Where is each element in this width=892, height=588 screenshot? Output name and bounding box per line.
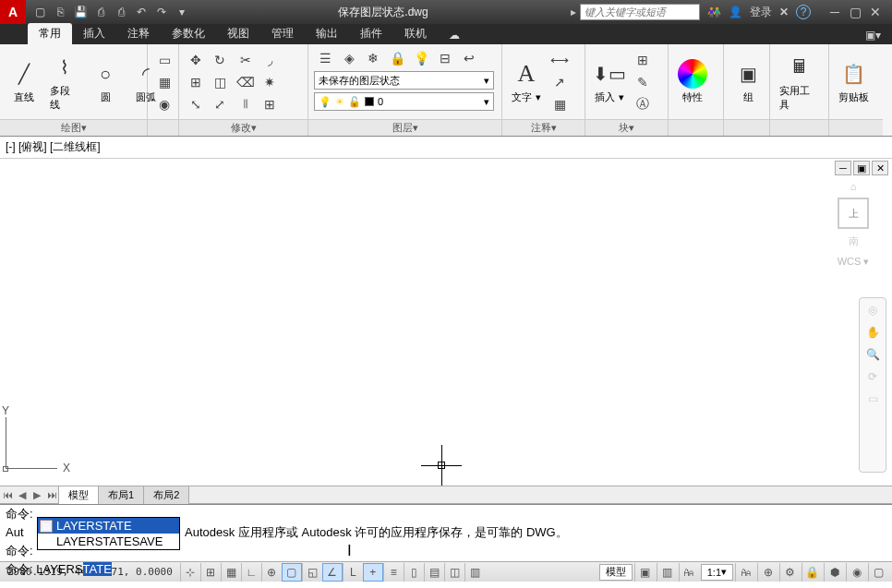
tab-scroll-prev-icon[interactable]: ◀	[15, 486, 30, 503]
tab-scroll-last-icon[interactable]: ⏭	[44, 486, 59, 503]
help-icon[interactable]: ?	[796, 5, 811, 19]
doc-restore-button[interactable]: ▣	[853, 161, 870, 175]
close-button[interactable]: ✕	[866, 5, 885, 19]
qat-open-icon[interactable]: ⎘	[52, 4, 68, 20]
insert-block-button[interactable]: ⬇▭插入 ▾	[591, 57, 628, 106]
panel-modify-label: 修改	[231, 121, 251, 135]
table-icon[interactable]: ▦	[548, 94, 571, 114]
app-menu-icon[interactable]: A	[0, 0, 26, 24]
offset-icon[interactable]: ⫴	[235, 94, 257, 114]
scale-icon[interactable]: ⤢	[209, 94, 231, 114]
polyline-button[interactable]: ⌇多段线	[46, 51, 83, 114]
attr-icon[interactable]: Ⓐ	[632, 94, 654, 114]
sun-icon: ☀	[335, 96, 344, 108]
tab-scroll-next-icon[interactable]: ▶	[30, 486, 44, 503]
zoom-icon[interactable]: 🔍	[866, 348, 880, 361]
qat-new-icon[interactable]: ▢	[31, 4, 48, 20]
move-icon[interactable]: ✥	[185, 50, 207, 70]
qat-save-icon[interactable]: 💾	[72, 4, 89, 20]
ribbon-minimize-icon[interactable]: ▣▾	[854, 26, 892, 44]
copy-icon[interactable]: ⊞	[185, 72, 207, 92]
explode-icon[interactable]: ✷	[259, 72, 281, 92]
colorwheel-icon	[678, 59, 707, 89]
layer-lock-icon[interactable]: 🔒	[386, 48, 408, 68]
layer-current-dropdown[interactable]: 💡 ☀ 🔓 0 ▾	[314, 92, 494, 111]
rotate-icon[interactable]: ↻	[209, 50, 231, 70]
layer-off-icon[interactable]: 💡	[410, 48, 432, 68]
showmotion-icon[interactable]: ▭	[868, 392, 878, 405]
search-input[interactable]	[580, 4, 700, 20]
layer-state-dropdown[interactable]: 未保存的图层状态▾	[314, 71, 494, 90]
tab-view[interactable]: 视图	[216, 23, 260, 44]
edit-block-icon[interactable]: ✎	[632, 72, 654, 92]
group-button[interactable]: ▣组	[729, 57, 766, 106]
doc-minimize-button[interactable]: ─	[835, 161, 851, 175]
autocomplete-item-0[interactable]: ▤LAYERSTATE	[38, 518, 179, 534]
layer-prev-icon[interactable]: ↩	[458, 48, 480, 68]
viewcube[interactable]: 上	[838, 198, 869, 229]
tab-annotate[interactable]: 注释	[116, 23, 161, 44]
erase-icon[interactable]: ⌫	[235, 72, 257, 92]
tab-common[interactable]: 常用	[28, 23, 72, 44]
qat-saveas-icon[interactable]: ⎙	[92, 4, 109, 20]
layer-iso-icon[interactable]: ◈	[338, 48, 360, 68]
wcs-label[interactable]: WCS ▾	[826, 256, 881, 268]
doc-close-button[interactable]: ✕	[872, 161, 888, 175]
tab-online[interactable]: 联机	[393, 23, 438, 44]
command-window[interactable]: 命令: AutLAYERSTATESAVE 件上次由 Autodesk 应用程序…	[0, 504, 892, 561]
qat-redo-icon[interactable]: ↷	[153, 4, 170, 20]
utility-button[interactable]: 🖩实用工具	[776, 51, 823, 114]
user-icon[interactable]: 👤	[729, 6, 742, 18]
circle-button[interactable]: ○圆	[87, 57, 124, 106]
viewcube-home-icon[interactable]: ⌂	[826, 181, 881, 192]
qat-print-icon[interactable]: ⎙	[113, 4, 129, 20]
cmd-icon: ▤	[40, 520, 53, 533]
autocomplete-item-1[interactable]: LAYERSTATESAVE	[38, 534, 179, 549]
clipboard-button[interactable]: 📋剪贴板	[835, 57, 873, 106]
tab-scroll-first-icon[interactable]: ⏮	[0, 486, 15, 503]
infocenter-icon[interactable]: 👫	[707, 6, 721, 18]
qat-dropdown-icon[interactable]: ▾	[174, 4, 190, 20]
tab-layout1[interactable]: 布局1	[98, 486, 144, 504]
properties-button[interactable]: 特性	[674, 57, 711, 106]
layer-freeze-icon[interactable]: ❄	[362, 48, 384, 68]
stretch-icon[interactable]: ⤡	[185, 94, 207, 114]
fillet-icon[interactable]: ◞	[259, 50, 281, 70]
maximize-button[interactable]: ▢	[846, 5, 864, 19]
tab-insert[interactable]: 插入	[72, 23, 116, 44]
line-button[interactable]: ╱直线	[6, 57, 42, 106]
minimize-button[interactable]: ─	[826, 5, 844, 19]
orbit-icon[interactable]: ⟳	[868, 370, 877, 383]
navigation-bar[interactable]: ◎ ✋ 🔍 ⟳ ▭	[859, 297, 886, 473]
layer-match-icon[interactable]: ⊟	[434, 48, 456, 68]
bulb-icon: 💡	[319, 96, 331, 108]
login-link[interactable]: 登录	[750, 5, 772, 20]
search-arrow-icon: ▸	[571, 6, 576, 18]
viewport-label[interactable]: [-] [俯视] [二维线框]	[0, 137, 892, 158]
qat-undo-icon[interactable]: ↶	[133, 4, 150, 20]
mirror-icon[interactable]: ◫	[209, 72, 231, 92]
tab-cloud-icon[interactable]: ☁	[438, 26, 464, 44]
trim-icon[interactable]: ✂	[235, 50, 257, 70]
text-button[interactable]: A文字 ▾	[508, 57, 545, 106]
drawing-canvas[interactable]: ─ ▣ ✕ ⌂ 上 南 WCS ▾ ◎ ✋ 🔍 ⟳ ▭ Y X	[0, 158, 892, 486]
pan-icon[interactable]: ✋	[866, 326, 880, 339]
tab-output[interactable]: 输出	[305, 23, 349, 44]
tab-model[interactable]: 模型	[58, 486, 99, 504]
layer-prop-icon[interactable]: ☰	[314, 48, 336, 68]
ellipse-icon[interactable]: ◉	[153, 94, 175, 114]
hatch-icon[interactable]: ▦	[153, 72, 175, 92]
tab-manage[interactable]: 管理	[260, 23, 305, 44]
exchange-icon[interactable]: ✕	[779, 6, 789, 18]
command-input[interactable]: 命令: LAYERSTATE	[0, 560, 892, 579]
rectangle-icon[interactable]: ▭	[153, 50, 175, 70]
tab-layout2[interactable]: 布局2	[143, 486, 189, 504]
tab-parametric[interactable]: 参数化	[161, 23, 216, 44]
array-icon[interactable]: ⊞	[259, 94, 281, 114]
dimension-icon[interactable]: ⟷	[548, 50, 571, 70]
tab-plugins[interactable]: 插件	[349, 23, 393, 44]
create-block-icon[interactable]: ⊞	[632, 50, 654, 70]
steering-wheel-icon[interactable]: ◎	[868, 304, 877, 317]
viewcube-compass-icon[interactable]: 南	[826, 234, 881, 248]
leader-icon[interactable]: ↗	[548, 72, 571, 92]
